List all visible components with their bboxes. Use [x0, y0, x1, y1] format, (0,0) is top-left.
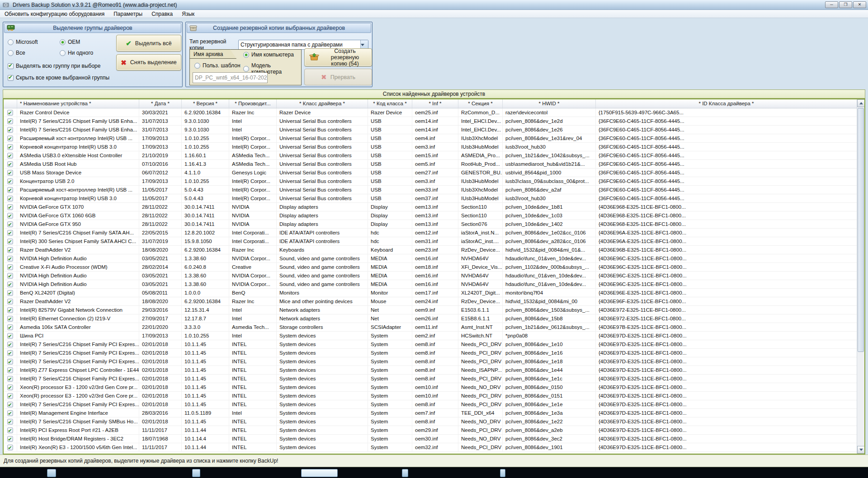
table-row[interactable]: Intel(R) 7 Series/C216 Chipset Family PC… — [4, 375, 857, 383]
table-row[interactable]: Intel(R) 300 Series Chipset Family SATA … — [4, 237, 857, 246]
table-row[interactable]: Intel(R) 7 Series/C216 Chipset Family US… — [4, 117, 857, 126]
table-row[interactable]: NVIDIA High Definition Audio 03/05/2021 … — [4, 280, 857, 289]
row-checkbox[interactable] — [4, 340, 17, 348]
row-checkbox[interactable] — [4, 314, 17, 323]
table-row[interactable]: Intel(R) 7 Series/C216 Chipset Family US… — [4, 126, 857, 134]
table-row[interactable]: Creative X-Fi Audio Processor (WDM) 28/0… — [4, 263, 857, 272]
table-row[interactable]: Xeon(R) processor E3 - 1200 v2/3rd Gen C… — [4, 383, 857, 392]
header-checkbox-column[interactable] — [4, 99, 17, 108]
row-checkbox[interactable] — [4, 417, 17, 426]
row-checkbox[interactable] — [4, 211, 17, 220]
minimize-button[interactable]: ─ — [825, 1, 838, 8]
row-checkbox[interactable] — [4, 297, 17, 305]
menu-item[interactable]: Обновить конфигурацию оборудования — [0, 10, 109, 18]
header-manufacturer[interactable]: * Производит... — [229, 99, 277, 108]
header-hwid[interactable]: * HWID * — [503, 99, 596, 108]
taskbar-item[interactable] — [47, 469, 56, 477]
table-row[interactable]: Шина PCI 17/09/2013 1.0.10.255 Intel Sys… — [4, 332, 857, 340]
menu-item[interactable]: Параметры — [109, 10, 147, 18]
taskbar-item[interactable] — [192, 469, 200, 477]
maximize-button[interactable]: ❐ — [839, 1, 852, 8]
row-checkbox[interactable] — [4, 426, 17, 434]
table-row[interactable]: NVIDIA High Definition Audio 03/05/2021 … — [4, 272, 857, 280]
row-checkbox[interactable] — [4, 160, 17, 168]
row-checkbox[interactable] — [4, 443, 17, 451]
table-row[interactable]: Xeon(R) processor E3 - 1200 v2/3rd Gen C… — [4, 392, 857, 400]
table-row[interactable]: Intel(R) 7 Series/C216 Chipset Family PC… — [4, 357, 857, 366]
table-row[interactable]: Корневой концентратор Intel(R) USB 3.0 1… — [4, 194, 857, 203]
abort-button[interactable]: ✖ Прервать — [304, 69, 372, 85]
header-date[interactable]: * Дата * — [139, 99, 182, 108]
driver-group-radio[interactable]: Все — [8, 47, 60, 58]
archive-name-tab[interactable]: Имя архива — [189, 49, 236, 59]
row-checkbox[interactable] — [4, 332, 17, 340]
radio-computer-name[interactable]: Имя компьютера — [243, 52, 294, 58]
row-checkbox[interactable] — [4, 306, 17, 314]
table-row[interactable]: BenQ XL2420T (Digital) 05/08/2011 1.0.0.… — [4, 289, 857, 297]
deselect-all-button[interactable]: ✖ Снять выделение — [116, 54, 181, 70]
table-row[interactable]: Intel(R) Ethernet Connection (2) I219-V … — [4, 314, 857, 323]
table-row[interactable]: Intel(R) PCI Express Root Port #21 - A2E… — [4, 426, 857, 435]
table-row[interactable]: NVIDIA High Definition Audio 03/05/2021 … — [4, 254, 857, 263]
table-row[interactable]: Концентратор USB 2.0 17/09/2013 1.0.10.2… — [4, 177, 857, 186]
scroll-down-icon[interactable] — [857, 446, 865, 454]
table-row[interactable]: ASMedia USB3.0 eXtensible Host Controlle… — [4, 151, 857, 160]
row-checkbox[interactable] — [4, 400, 17, 408]
create-backup-button[interactable]: Создать резервную копию (54) — [304, 48, 372, 66]
table-row[interactable]: NVIDIA GeForce GTX 950 28/11/2022 30.0.1… — [4, 220, 857, 229]
table-row[interactable]: Intel(R) 7 Series/C216 Chipset Family SA… — [4, 229, 857, 237]
table-row[interactable]: USB Mass Storage Device 06/07/2012 4.1.1… — [4, 169, 857, 177]
row-checkbox[interactable] — [4, 435, 17, 443]
row-checkbox[interactable] — [4, 357, 17, 366]
select-all-button[interactable]: ✔ Выделить всё — [116, 35, 181, 52]
table-row[interactable]: Intel(R) 7 Series/C216 Chipset Family PC… — [4, 349, 857, 357]
table-row[interactable]: Razer DeathAdder V2 18/08/2020 6.2.9200.… — [4, 246, 857, 254]
row-checkbox[interactable] — [4, 117, 17, 125]
row-checkbox[interactable] — [4, 392, 17, 400]
scroll-up-icon[interactable] — [857, 99, 865, 107]
table-row[interactable]: Intel(R) Host Bridge/DRAM Registers - 3E… — [4, 435, 857, 443]
table-row[interactable]: Intel(R) Management Engine Interface 28/… — [4, 409, 857, 417]
taskbar-item[interactable] — [500, 469, 505, 477]
header-inf[interactable]: * Inf * — [412, 99, 458, 108]
row-checkbox[interactable] — [4, 134, 17, 142]
row-checkbox[interactable] — [4, 177, 17, 185]
table-row[interactable]: NVIDIA GeForce GTX 1070 28/11/2022 30.0.… — [4, 203, 857, 211]
driver-group-radio[interactable]: Microsoft — [8, 37, 60, 47]
header-class-id[interactable]: * ID Класса драйвера * — [596, 99, 857, 108]
table-row[interactable]: Razer DeathAdder V2 18/08/2020 6.2.9200.… — [4, 297, 857, 306]
close-button[interactable]: ✕ — [853, 1, 866, 8]
row-checkbox[interactable] — [4, 237, 17, 245]
archive-name-input[interactable]: DP_PC_wnt6_x64_16-07-2023 — [193, 72, 268, 83]
taskbar-item[interactable] — [402, 469, 408, 477]
header-class-code[interactable]: * Код класса * — [368, 99, 412, 108]
row-checkbox[interactable] — [4, 143, 17, 151]
row-checkbox[interactable] — [4, 349, 17, 357]
row-checkbox[interactable] — [4, 280, 17, 288]
row-checkbox[interactable] — [4, 272, 17, 280]
row-checkbox[interactable] — [4, 220, 17, 228]
row-checkbox[interactable] — [4, 186, 17, 194]
table-row[interactable]: Intel(R) 7 Series/C216 Chipset Family SM… — [4, 417, 857, 426]
table-row[interactable]: Intel(R) 7 Series/C216 Chipset Family PC… — [4, 400, 857, 409]
table-row[interactable]: Корневой концентратор Intel(R) USB 3.0 1… — [4, 143, 857, 151]
table-row[interactable]: NVIDIA GeForce GTX 1060 6GB 28/11/2022 3… — [4, 211, 857, 220]
row-checkbox[interactable] — [4, 383, 17, 391]
row-checkbox[interactable] — [4, 263, 17, 271]
table-row[interactable]: ASMedia USB Root Hub 07/10/2016 1.16.41.… — [4, 160, 857, 169]
row-checkbox[interactable] — [4, 246, 17, 254]
table-row[interactable]: Intel(R) 82579V Gigabit Network Connecti… — [4, 306, 857, 314]
table-row[interactable]: Asmedia 106x SATA Controller 22/01/2020 … — [4, 323, 857, 332]
driver-group-radio[interactable]: Ни одного — [60, 47, 118, 58]
table-row[interactable]: Расширяемый хост-контроллер Intel(R) USB… — [4, 134, 857, 143]
row-checkbox[interactable] — [4, 366, 17, 374]
driver-group-radio[interactable]: OEM — [60, 37, 118, 47]
taskbar-item[interactable] — [301, 469, 338, 477]
row-checkbox[interactable] — [4, 229, 17, 237]
row-checkbox[interactable] — [4, 169, 17, 177]
radio-user-template[interactable]: Польз. шаблон — [194, 62, 241, 69]
vertical-scrollbar[interactable] — [857, 99, 864, 454]
row-checkbox[interactable] — [4, 151, 17, 159]
header-device-name[interactable]: * Наименование устройства * — [17, 99, 139, 108]
row-checkbox[interactable] — [4, 409, 17, 417]
